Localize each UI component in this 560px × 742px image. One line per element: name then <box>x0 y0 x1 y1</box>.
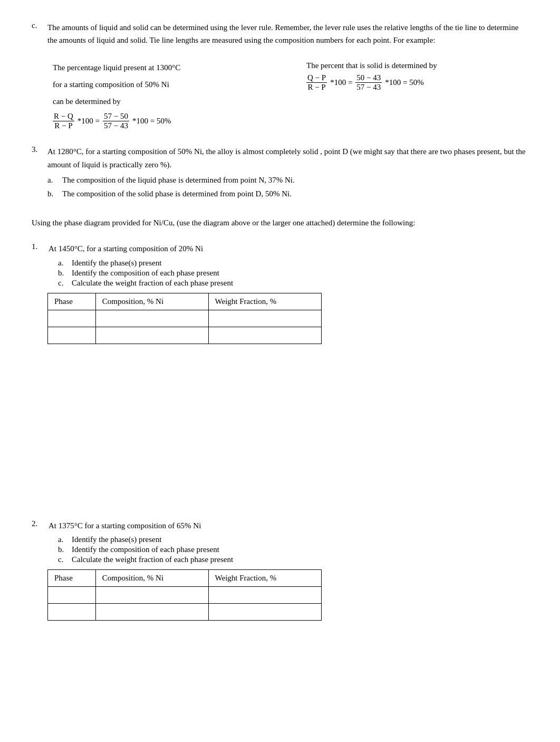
sub-b-label: b. <box>47 187 58 201</box>
q2-sub-b-text: Identify the composition of each phase p… <box>72 545 219 554</box>
table-cell <box>48 327 96 344</box>
question-2: 2. At 1375°C for a starting composition … <box>32 519 528 621</box>
sub-a-label: a. <box>47 174 58 187</box>
section-3-sub-a: a. The composition of the liquid phase i… <box>47 174 528 187</box>
left-frac2-den: 57 − 43 <box>103 121 129 130</box>
question-1-text: At 1450°C, for a starting composition of… <box>49 242 203 255</box>
question-1-table: Phase Composition, % Ni Weight Fraction,… <box>47 293 322 344</box>
lever-right: The percent that is solid is determined … <box>306 61 528 92</box>
lever-columns: The percentage liquid present at 1300°C … <box>53 61 528 130</box>
main-content: c. The amounts of liquid and solid can b… <box>32 21 528 621</box>
right-frac1-den: R − P <box>306 83 326 92</box>
table-cell <box>48 587 96 604</box>
q1-sub-a: a. Identify the phase(s) present <box>58 259 528 268</box>
question-1-num: 1. <box>32 242 44 255</box>
q1-sub-b: b. Identify the composition of each phas… <box>58 269 528 278</box>
left-fraction-1: R − Q R − P <box>53 112 74 130</box>
question-2-sub: a. Identify the phase(s) present b. Iden… <box>58 535 528 564</box>
section-c-text: The amounts of liquid and solid can be d… <box>47 21 528 46</box>
lever-intro-line1: The percentage liquid present at 1300°C <box>53 61 275 74</box>
lever-rule-block: The percentage liquid present at 1300°C … <box>53 61 528 130</box>
q1-sub-b-label: b. <box>58 269 67 278</box>
q2-sub-c: c. Calculate the weight fraction of each… <box>58 555 528 564</box>
question-1-header: 1. At 1450°C, for a starting composition… <box>32 242 528 255</box>
question-1: 1. At 1450°C, for a starting composition… <box>32 242 528 502</box>
col-weight-2: Weight Fraction, % <box>208 570 321 587</box>
q2-sub-b: b. Identify the composition of each phas… <box>58 545 528 554</box>
left-multiply: *100 = <box>78 117 100 126</box>
table-row <box>48 310 322 327</box>
lever-right-formula: Q − P R − P *100 = 50 − 43 57 − 43 *100 … <box>306 73 528 92</box>
table-cell <box>208 604 321 621</box>
table-row <box>48 604 322 621</box>
table-cell <box>95 604 208 621</box>
col-phase-1: Phase <box>48 293 96 310</box>
table-row <box>48 587 322 604</box>
section-c: c. The amounts of liquid and solid can b… <box>32 21 528 46</box>
right-multiply: *100 = <box>330 78 352 87</box>
table-header-row: Phase Composition, % Ni Weight Fraction,… <box>48 293 322 310</box>
left-frac1-num: R − Q <box>53 112 74 121</box>
q1-sub-c-label: c. <box>58 279 67 288</box>
section-3: 3. At 1280°C, for a starting composition… <box>32 145 528 202</box>
question-2-header: 2. At 1375°C for a starting composition … <box>32 519 528 532</box>
left-result: *100 = 50% <box>132 117 171 126</box>
table-cell <box>208 327 321 344</box>
question-2-num: 2. <box>32 519 44 532</box>
left-fraction-2: 57 − 50 57 − 43 <box>103 112 129 130</box>
section-3-content: At 1280°C, for a starting composition of… <box>47 145 528 202</box>
table-row <box>48 327 322 344</box>
right-frac1-num: Q − P <box>306 73 327 83</box>
sub-a-text: The composition of the liquid phase is d… <box>62 174 295 187</box>
q2-sub-c-label: c. <box>58 555 67 564</box>
col-phase-2: Phase <box>48 570 96 587</box>
q1-sub-c: c. Calculate the weight fraction of each… <box>58 279 528 288</box>
q1-sub-a-text: Identify the phase(s) present <box>72 259 161 268</box>
right-fraction-2: 50 − 43 57 − 43 <box>355 73 382 92</box>
q1-sub-b-text: Identify the composition of each phase p… <box>72 269 219 278</box>
col-weight-1: Weight Fraction, % <box>208 293 321 310</box>
q2-sub-c-text: Calculate the weight fraction of each ph… <box>72 555 233 564</box>
section-3-label: 3. <box>32 145 47 202</box>
table-cell <box>95 310 208 327</box>
col-composition-1: Composition, % Ni <box>95 293 208 310</box>
question-2-text: At 1375°C for a starting composition of … <box>49 519 201 532</box>
table-cell <box>48 604 96 621</box>
section-3-intro: At 1280°C, for a starting composition of… <box>47 147 526 169</box>
lever-left: The percentage liquid present at 1300°C … <box>53 61 275 130</box>
lever-right-title: The percent that is solid is determined … <box>306 61 528 70</box>
section-c-label: c. <box>32 21 47 46</box>
left-frac1-den: R − P <box>53 121 73 130</box>
question-2-sublist: a. Identify the phase(s) present b. Iden… <box>58 535 528 564</box>
q2-sub-a-text: Identify the phase(s) present <box>72 535 161 544</box>
section-3-sublist: a. The composition of the liquid phase i… <box>47 174 528 201</box>
right-frac2-den: 57 − 43 <box>355 83 382 92</box>
lever-left-formula: R − Q R − P *100 = 57 − 50 57 − 43 *100 … <box>53 112 275 130</box>
right-result: *100 = 50% <box>385 78 423 87</box>
section-3-sub-b: b. The composition of the solid phase is… <box>47 187 528 201</box>
left-frac2-num: 57 − 50 <box>103 112 129 121</box>
table-cell <box>208 310 321 327</box>
table-cell <box>208 587 321 604</box>
lever-intro-line3: can be determined by <box>53 95 275 108</box>
question-2-table: Phase Composition, % Ni Weight Fraction,… <box>47 569 322 621</box>
q2-sub-b-label: b. <box>58 545 67 554</box>
right-fraction-1: Q − P R − P <box>306 73 327 92</box>
table-cell <box>48 310 96 327</box>
sub-b-text: The composition of the solid phase is de… <box>62 187 292 201</box>
lever-intro-line2: for a starting composition of 50% Ni <box>53 78 275 91</box>
table-cell <box>95 327 208 344</box>
table-header-row: Phase Composition, % Ni Weight Fraction,… <box>48 570 322 587</box>
right-frac2-num: 50 − 43 <box>355 73 382 83</box>
question-1-sub: a. Identify the phase(s) present b. Iden… <box>58 259 528 288</box>
intro-paragraph: Using the phase diagram provided for Ni/… <box>32 216 528 230</box>
q1-sub-a-label: a. <box>58 259 67 268</box>
table-cell <box>95 587 208 604</box>
question-1-sublist: a. Identify the phase(s) present b. Iden… <box>58 259 528 288</box>
spacer-1 <box>32 355 528 502</box>
q2-sub-a-label: a. <box>58 535 67 544</box>
q2-sub-a: a. Identify the phase(s) present <box>58 535 528 544</box>
q1-sub-c-text: Calculate the weight fraction of each ph… <box>72 279 233 288</box>
col-composition-2: Composition, % Ni <box>95 570 208 587</box>
